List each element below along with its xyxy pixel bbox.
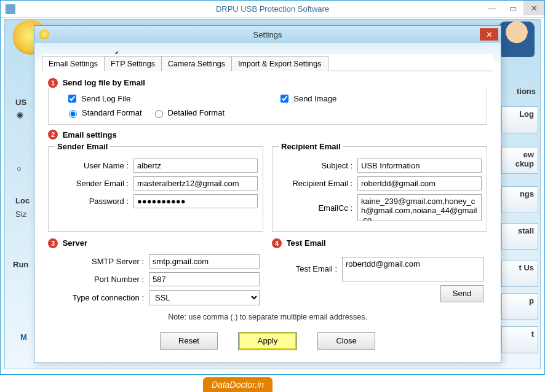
section-email-settings-title: Email settings (63, 130, 117, 139)
subject-input[interactable] (357, 159, 482, 173)
main-titlebar: DRPU USB Protection Software — ▭ ✕ (1, 1, 544, 18)
peek-radio-2[interactable]: ○ (17, 164, 22, 173)
send-button[interactable]: Send (440, 285, 483, 302)
recipient-email-input[interactable] (357, 176, 482, 190)
send-image-checkbox[interactable]: Send Image (278, 93, 336, 104)
sender-email-legend: Sender Email (55, 142, 110, 151)
password-label: Password : (55, 197, 129, 206)
settings-dialog: Settings ✕ Email Settings FTP Settings C… (34, 25, 501, 363)
detailed-format-input[interactable] (155, 110, 163, 118)
username-label: User Name : (55, 161, 129, 170)
conn-type-select[interactable]: SSL (149, 290, 260, 305)
reset-button[interactable]: Reset (160, 332, 218, 350)
side-btn-install[interactable]: stall (501, 223, 538, 250)
recipient-email-legend: Recipient Email (279, 142, 343, 151)
side-btn-contact[interactable]: t Us (501, 260, 538, 287)
send-log-block: Send Log File Send Image Standard Format (48, 88, 487, 125)
send-log-file-checkbox[interactable]: Send Log File (66, 93, 130, 104)
sender-email-label: Sender Email : (55, 179, 129, 188)
peek-radio-1[interactable]: ◉ (17, 110, 23, 119)
dialog-icon (39, 29, 49, 39)
tab-email-settings[interactable]: Email Settings (42, 56, 105, 71)
sender-email-input[interactable] (133, 176, 258, 190)
smtp-input[interactable] (149, 254, 260, 269)
peek-us-label: US (15, 98, 26, 107)
tab-strip: Email Settings FTP Settings Camera Setti… (42, 55, 493, 71)
peek-tions-header: tions (517, 87, 536, 96)
app-icon (6, 4, 15, 14)
section-server-title: Server (63, 238, 87, 248)
port-label: Port Number : (52, 275, 144, 284)
step-badge-2: 2 (48, 130, 58, 139)
email-cc-label: EmailCc : (279, 203, 352, 213)
dialog-close-button[interactable]: ✕ (480, 28, 498, 41)
side-btn-exit[interactable]: t (501, 326, 538, 353)
peek-size-label: Siz (15, 210, 26, 219)
side-btn-settings[interactable]: ngs (501, 186, 538, 213)
port-input[interactable] (149, 272, 260, 286)
side-btn-log[interactable]: Log (501, 106, 538, 133)
password-input[interactable] (133, 194, 258, 208)
standard-format-radio[interactable]: Standard Format (66, 108, 142, 118)
peek-m-label: M (20, 332, 27, 342)
tab-import-export-settings[interactable]: Import & Export Settings (231, 56, 328, 71)
tab-ftp-settings[interactable]: FTP Settings (104, 56, 162, 71)
standard-format-input[interactable] (69, 110, 77, 118)
section-test-email-title: Test Email (287, 238, 326, 248)
conn-type-label: Type of connection : (52, 293, 144, 302)
sender-email-group: Sender Email User Name : Sender Email : … (48, 142, 263, 232)
main-title: DRPU USB Protection Software (216, 4, 329, 14)
step-badge-1: 1 (48, 78, 58, 88)
peek-loc-label: Loc (15, 196, 30, 205)
email-cc-input[interactable] (357, 194, 482, 221)
avatar-icon (499, 22, 535, 57)
minimize-button[interactable]: — (482, 1, 503, 15)
note-text: Note: use comma (,) to separate multiple… (48, 313, 487, 321)
step-badge-4: 4 (272, 238, 282, 248)
dialog-body: Email Settings FTP Settings Camera Setti… (42, 54, 493, 354)
apply-button[interactable]: Apply (239, 332, 296, 350)
maximize-button[interactable]: ▭ (503, 1, 523, 15)
recipient-email-label: Recipient Email : (279, 179, 352, 188)
detailed-format-radio[interactable]: Detailed Format (152, 108, 225, 118)
send-log-file-input[interactable] (68, 95, 76, 103)
peek-run-label: Run (13, 260, 28, 269)
dialog-titlebar: Settings ✕ (34, 26, 501, 43)
username-input[interactable] (133, 159, 258, 173)
close-button-dialog[interactable]: Close (317, 332, 375, 350)
main-window: DRPU USB Protection Software — ▭ ✕ US ◉ … (0, 0, 545, 375)
test-email-input[interactable] (342, 257, 483, 281)
step-badge-3: 3 (48, 238, 58, 248)
test-email-label: Test Email : (276, 264, 337, 273)
side-btn-backup[interactable]: ew ckup (501, 147, 538, 174)
close-button[interactable]: ✕ (523, 1, 544, 15)
tab-camera-settings[interactable]: Camera Settings (161, 56, 232, 71)
smtp-label: SMTP Server : (52, 257, 144, 266)
section-send-log-title: Send log file by Email (63, 78, 145, 87)
send-image-input[interactable] (280, 95, 288, 103)
dialog-title: Settings (253, 30, 282, 39)
recipient-email-group: Recipient Email Subject : Recipient Emai… (272, 142, 487, 232)
footer-brand: DataDoctor.in (203, 377, 272, 392)
side-btn-help[interactable]: p (501, 293, 538, 320)
subject-label: Subject : (279, 161, 352, 170)
